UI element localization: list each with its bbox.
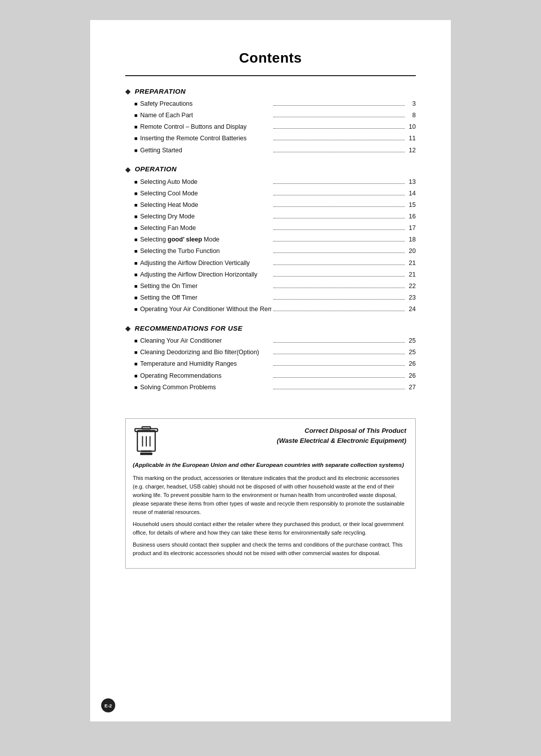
bullet-icon: ■ — [134, 382, 138, 392]
bullet-icon: ■ — [134, 188, 138, 198]
list-item: ■ Selecting good’ sleep Mode 18 — [134, 234, 416, 245]
bullet-icon: ■ — [134, 258, 138, 268]
preparation-entries: ■ Safety Precautions 3 ■ Name of Each Pa… — [134, 98, 416, 156]
dot-leader — [274, 342, 405, 343]
entry-label: Safety Precautions — [140, 98, 272, 110]
entry-label: Solving Common Problems — [140, 382, 272, 393]
list-item: ■ Inserting the Remote Control Batteries… — [134, 133, 416, 144]
page-title: Contents — [125, 50, 416, 66]
disposal-paragraph-3: Business users should contact their supp… — [133, 541, 406, 558]
dot-leader — [274, 299, 405, 300]
list-item: ■ Name of Each Part 8 — [134, 110, 416, 121]
bullet-icon: ■ — [134, 223, 138, 233]
bullet-icon: ■ — [134, 371, 138, 381]
entry-page: 26 — [407, 358, 416, 370]
dot-leader — [274, 195, 405, 195]
list-item: ■ Selecting the Turbo Function 20 — [134, 245, 416, 257]
weee-icon — [133, 426, 160, 456]
bullet-icon: ■ — [134, 99, 138, 109]
dot-leader — [274, 276, 405, 277]
entry-label: Setting the On Timer — [140, 281, 272, 292]
dot-leader — [274, 140, 405, 140]
page-number-label: E-2 — [105, 703, 112, 708]
entry-label: Selecting Auto Mode — [140, 176, 272, 188]
list-item: ■ Selecting Cool Mode 14 — [134, 188, 416, 199]
list-item: ■ Solving Common Problems 27 — [134, 382, 416, 393]
entry-label: Remote Control – Buttons and Display — [140, 121, 272, 133]
recommendations-entries: ■ Cleaning Your Air Conditioner 25 ■ Cle… — [134, 335, 416, 393]
dot-leader — [274, 253, 405, 253]
dot-leader — [274, 265, 405, 265]
list-item: ■ Operating Recommendations 26 — [134, 370, 416, 382]
entry-page: 21 — [407, 258, 416, 269]
diamond-icon: ◆ — [125, 324, 131, 332]
entry-label: Selecting Fan Mode — [140, 222, 272, 234]
entry-page: 13 — [407, 176, 416, 188]
entry-label: Selecting Dry Mode — [140, 211, 272, 222]
svg-rect-7 — [140, 452, 152, 455]
dot-leader — [274, 128, 405, 129]
disposal-box: Correct Disposal of This Product (Waste … — [125, 418, 416, 569]
bullet-icon: ■ — [134, 359, 138, 369]
bullet-icon: ■ — [134, 177, 138, 187]
disposal-title-line2: (Waste Electrical & Electronic Equipment… — [169, 436, 406, 446]
entry-label: Cleaning Deodorizing and Bio filter(Opti… — [140, 347, 272, 358]
entry-page: 24 — [407, 304, 416, 315]
entry-label: Setting the Off Timer — [140, 292, 272, 304]
disposal-paragraph-2: Household users should contact either th… — [133, 520, 406, 537]
entry-page: 10 — [407, 121, 416, 133]
dot-leader — [274, 288, 405, 288]
entry-page: 25 — [407, 347, 416, 358]
dot-leader — [274, 229, 405, 230]
entry-label: Adjusting the Airflow Direction Vertical… — [140, 258, 272, 269]
dot-leader — [274, 218, 405, 218]
entry-label: Selecting good’ sleep Mode — [140, 234, 272, 245]
entry-page: 27 — [407, 382, 416, 393]
bullet-icon: ■ — [134, 347, 138, 357]
entry-label: Cleaning Your Air Conditioner — [140, 335, 272, 347]
bullet-icon: ■ — [134, 200, 138, 210]
entry-label: Name of Each Part — [140, 110, 272, 121]
entry-label: Temperature and Humidity Ranges — [140, 358, 272, 370]
list-item: ■ Temperature and Humidity Ranges 26 — [134, 358, 416, 370]
list-item: ■ Operating Your Air Conditioner Without… — [134, 304, 416, 315]
bullet-icon: ■ — [134, 234, 138, 244]
diamond-icon: ◆ — [125, 87, 131, 95]
dot-leader — [274, 311, 405, 311]
section-recommendations-title: Recommendations for Use — [135, 325, 242, 332]
list-item: ■ Selecting Auto Mode 13 — [134, 176, 416, 188]
list-item: ■ Selecting Heat Mode 15 — [134, 199, 416, 211]
bullet-icon: ■ — [134, 122, 138, 132]
dot-leader — [274, 354, 405, 354]
entry-label: Selecting Heat Mode — [140, 199, 272, 211]
section-operation-title: Operation — [135, 165, 177, 173]
page-number: E-2 — [101, 698, 115, 712]
bullet-icon: ■ — [134, 246, 138, 256]
dot-leader — [274, 206, 405, 207]
bullet-icon: ■ — [134, 281, 138, 291]
diamond-icon: ◆ — [125, 165, 131, 173]
entry-label: Getting Started — [140, 145, 272, 156]
bullet-icon: ■ — [134, 133, 138, 143]
entry-page: 17 — [407, 222, 416, 234]
entry-page: 16 — [407, 211, 416, 222]
dot-leader — [274, 152, 405, 152]
disposal-title: Correct Disposal of This Product (Waste … — [169, 426, 406, 446]
dot-leader — [274, 365, 405, 366]
list-item: ■ Adjusting the Airflow Direction Vertic… — [134, 258, 416, 269]
list-item: ■ Safety Precautions 3 — [134, 98, 416, 110]
section-preparation: ◆ Preparation — [125, 87, 416, 95]
list-item: ■ Remote Control – Buttons and Display 1… — [134, 121, 416, 133]
list-item: ■ Cleaning Deodorizing and Bio filter(Op… — [134, 347, 416, 358]
section-recommendations: ◆ Recommendations for Use — [125, 324, 416, 332]
disposal-title-line1: Correct Disposal of This Product — [169, 426, 406, 436]
entry-page: 20 — [407, 245, 416, 257]
entry-page: 23 — [407, 292, 416, 304]
svg-rect-2 — [142, 427, 151, 429]
list-item: ■ Getting Started 12 — [134, 145, 416, 156]
list-item: ■ Cleaning Your Air Conditioner 25 — [134, 335, 416, 347]
bullet-icon: ■ — [134, 110, 138, 120]
section-operation: ◆ Operation — [125, 165, 416, 173]
entry-label: Operating Your Air Conditioner Without t… — [140, 304, 272, 315]
disposal-subtitle: (Applicable in the European Union and ot… — [133, 461, 406, 470]
